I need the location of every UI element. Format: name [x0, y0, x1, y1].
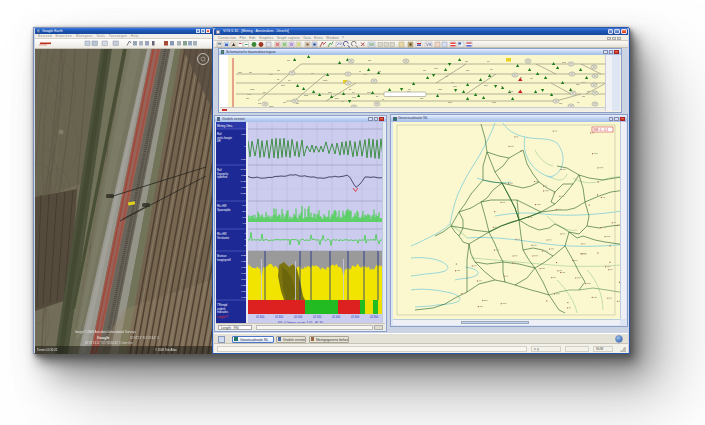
svg-text:Terrein 50 30 32: Terrein 50 30 32	[37, 348, 58, 352]
svg-text:0.75: 0.75	[241, 272, 246, 275]
svg-text:1.25: 1.25	[241, 186, 246, 189]
svg-text:1.00: 1.00	[241, 278, 246, 281]
svg-text:52°07'23" N 5°02'44" O: 52°07'23" N 5°02'44" O	[130, 336, 160, 340]
svg-text:41.600: 41.600	[256, 315, 265, 319]
svg-text:vertic.hoogte: vertic.hoogte	[217, 136, 232, 140]
svg-text:Verskantie: Verskantie	[217, 236, 230, 240]
svg-text:5.25: 5.25	[241, 254, 246, 257]
svg-text:1.25: 1.25	[241, 284, 246, 287]
svg-text:0.25: 0.25	[241, 260, 246, 263]
svg-text:1.25: 1.25	[241, 174, 246, 177]
svg-text:Google: Google	[97, 336, 109, 340]
svg-text:Rks HW: Rks HW	[217, 204, 227, 208]
svg-text:1.50: 1.50	[241, 290, 246, 293]
svg-text:T'Rentyd: T'Rentyd	[217, 303, 228, 307]
svg-text:42.600: 42.600	[351, 315, 360, 319]
svg-text:-2.5: -2.5	[242, 210, 247, 213]
svg-text:Doorgehz: Doorgehz	[217, 172, 229, 176]
svg-text:1445: 1445	[240, 168, 246, 171]
svg-text:hoogteprofil: hoogteprofil	[217, 258, 231, 262]
svg-text:Rail: Rail	[217, 132, 222, 136]
svg-text:Spoorwijdte: Spoorwijdte	[217, 208, 231, 212]
svg-text:41.800: 41.800	[275, 315, 284, 319]
svg-text:1:50: 1:50	[241, 133, 246, 136]
svg-text:Lengte??: Lengte??	[217, 315, 228, 319]
svg-text:1.75: 1.75	[241, 296, 246, 299]
svg-text:42.000: 42.000	[294, 315, 303, 319]
svg-text:42.200: 42.200	[313, 315, 322, 319]
svg-text:Indicaties: Indicaties	[217, 310, 229, 314]
svg-text:1435: 1435	[240, 180, 246, 183]
svg-text:-3.5: -3.5	[242, 216, 247, 219]
svg-text:Rks HW: Rks HW	[217, 232, 227, 236]
svg-text:VS: VS	[426, 42, 432, 47]
svg-text:-1.5: -1.5	[242, 204, 247, 207]
svg-text:6.75: 6.75	[241, 266, 246, 269]
svg-text:42.400: 42.400	[332, 315, 341, 319]
svg-text:onderh.: onderh.	[217, 307, 226, 311]
svg-text:42.800: 42.800	[370, 315, 379, 319]
svg-text:Rail: Rail	[217, 168, 222, 172]
svg-text:li/R: li/R	[217, 139, 221, 143]
svg-text:KM: 0 - 0.1: KM: 0 - 0.1	[594, 128, 609, 132]
svg-text:Meting Oms.: Meting Oms.	[217, 124, 233, 128]
svg-text:-4.5: -4.5	[242, 222, 247, 225]
svg-text:Bezieun: Bezieun	[217, 254, 227, 258]
svg-text:Image © 2009 Aerodata Internat: Image © 2009 Aerodata International Surv…	[75, 330, 136, 334]
svg-text:1425: 1425	[240, 192, 246, 195]
svg-text:-1: -1	[244, 244, 247, 247]
svg-text:1: 1	[245, 238, 247, 241]
svg-text:3: 3	[245, 232, 247, 235]
svg-text:© 2009 Tele Atlas: © 2009 Tele Atlas	[155, 348, 177, 352]
svg-text:0: 0	[245, 145, 247, 148]
svg-text:rijdbreed: rijdbreed	[217, 175, 228, 179]
svg-text:52°07'23.11" N 5°02'44.35" O: 52°07'23.11" N 5°02'44.35" O elev 0 m	[85, 341, 134, 345]
svg-text:-1:50: -1:50	[240, 158, 246, 161]
